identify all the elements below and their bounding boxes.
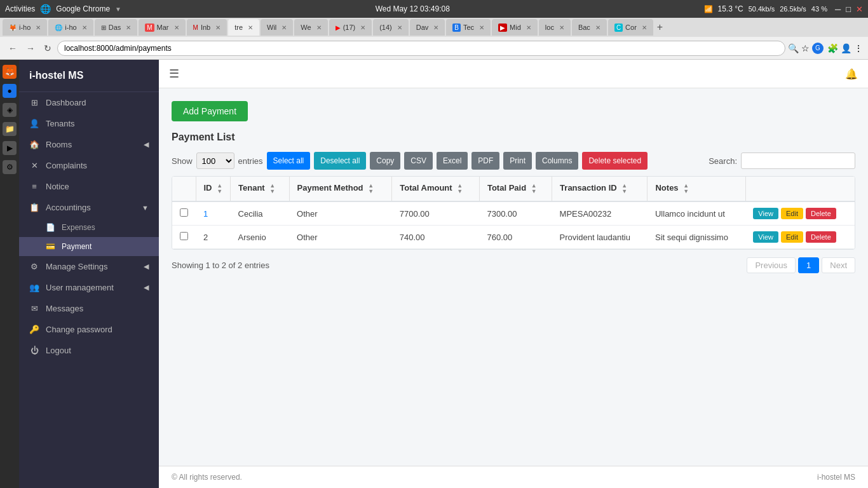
tab-close[interactable]: ✕ [82, 24, 87, 31]
address-bar-input[interactable] [57, 41, 785, 56]
page-1-button[interactable]: 1 [798, 257, 819, 273]
reload-button[interactable]: ↻ [41, 42, 55, 55]
row1-id-link[interactable]: 1 [203, 209, 208, 219]
col-payment-method[interactable]: Payment Method ▲▼ [289, 177, 392, 201]
forward-button[interactable]: → [23, 42, 38, 55]
tab-close[interactable]: ✕ [559, 24, 564, 31]
delete-selected-button[interactable]: Delete selected [582, 152, 648, 170]
row1-checkbox[interactable] [180, 208, 188, 217]
new-tab-btn[interactable]: + [657, 22, 663, 33]
row2-checkbox[interactable] [180, 232, 188, 240]
tab-14[interactable]: loc ✕ [539, 19, 571, 36]
tab-16[interactable]: C Cor ✕ [608, 19, 653, 36]
col-notes[interactable]: Notes ▲▼ [648, 177, 745, 201]
tab-2[interactable]: 🌐 i-ho ✕ [48, 19, 93, 36]
pdf-button[interactable]: PDF [471, 152, 499, 170]
tab-10[interactable]: (14) ✕ [373, 19, 409, 36]
add-payment-button[interactable]: Add Payment [172, 101, 248, 121]
footer-right: i-hostel MS [817, 473, 855, 482]
deselect-all-button[interactable]: Deselect all [314, 152, 366, 170]
tab-close[interactable]: ✕ [360, 24, 365, 31]
sidebar-item-messages[interactable]: ✉ Messages [19, 298, 159, 319]
rail-files-icon[interactable]: 📁 [3, 122, 17, 136]
tab-4[interactable]: M Mar ✕ [139, 19, 185, 36]
tab-close[interactable]: ✕ [126, 24, 131, 31]
col-total-paid[interactable]: Total Paid ▲▼ [479, 177, 552, 201]
rail-firefox-icon[interactable]: 🦊 [3, 65, 17, 79]
sidebar-item-accountings[interactable]: 📋 Accountings ▼ [19, 197, 159, 218]
col-total-amount[interactable]: Total Amount ▲▼ [392, 177, 480, 201]
entries-select[interactable]: 100 25 50 [196, 152, 234, 169]
search-input[interactable] [741, 152, 855, 169]
tab-close[interactable]: ✕ [281, 24, 287, 31]
tab-close[interactable]: ✕ [174, 24, 179, 31]
row1-delete-button[interactable]: Delete [806, 208, 836, 219]
columns-button[interactable]: Columns [536, 152, 578, 170]
row2-edit-button[interactable]: Edit [781, 231, 803, 243]
select-all-button[interactable]: Select all [267, 152, 311, 170]
sidebar-item-user-management[interactable]: 👥 User management ◀ [19, 277, 159, 298]
search-icon[interactable]: 🔍 [788, 43, 799, 53]
row2-view-button[interactable]: View [753, 231, 778, 243]
sidebar-item-dashboard[interactable]: ⊞ Dashboard [19, 92, 159, 113]
tab-3[interactable]: ⊞ Das ✕ [95, 19, 138, 36]
print-button[interactable]: Print [503, 152, 532, 170]
sidebar-item-complaints[interactable]: ✕ Complaints [19, 155, 159, 176]
tab-close[interactable]: ✕ [642, 24, 647, 31]
rail-vscode-icon[interactable]: ◈ [3, 103, 17, 117]
maximize-btn[interactable]: □ [846, 4, 851, 14]
tab-15[interactable]: Bac ✕ [572, 19, 607, 36]
previous-page-button[interactable]: Previous [747, 257, 796, 273]
row1-edit-button[interactable]: Edit [781, 208, 803, 219]
rail-terminal-icon[interactable]: ▶ [3, 141, 17, 155]
menu-icon[interactable]: ⋮ [854, 43, 863, 53]
tab-close[interactable]: ✕ [526, 24, 531, 31]
sidebar-item-logout[interactable]: ⏻ Logout [19, 340, 159, 361]
tab-label: (14) [379, 24, 392, 31]
tab-close[interactable]: ✕ [248, 24, 253, 31]
tab-7[interactable]: Wil ✕ [261, 19, 293, 36]
tab-9[interactable]: ▶ (17) ✕ [329, 19, 372, 36]
tab-1[interactable]: 🦊 i-ho ✕ [3, 19, 47, 36]
sidebar-subitem-payment[interactable]: 💳 Payment [19, 237, 159, 256]
col-transaction-id[interactable]: Transaction ID ▲▼ [552, 177, 648, 201]
google-icon[interactable]: G [812, 43, 824, 54]
tab-close[interactable]: ✕ [433, 24, 438, 31]
sidebar-item-notice[interactable]: ≡ Notice [19, 176, 159, 197]
sidebar-item-rooms[interactable]: 🏠 Rooms ◀ [19, 134, 159, 155]
tab-11[interactable]: Dav ✕ [410, 19, 445, 36]
col-tenant[interactable]: Tenant ▲▼ [231, 177, 289, 201]
tab-8[interactable]: We ✕ [294, 19, 327, 36]
tab-6[interactable]: tre ✕ [228, 19, 259, 36]
tab-close[interactable]: ✕ [479, 24, 484, 31]
close-btn[interactable]: ✕ [856, 4, 863, 14]
next-page-button[interactable]: Next [822, 257, 855, 273]
copy-button[interactable]: Copy [370, 152, 400, 170]
bookmark-icon[interactable]: ☆ [801, 43, 810, 53]
tab-close[interactable]: ✕ [316, 24, 322, 31]
tab-13[interactable]: ▶ Mid ✕ [492, 19, 538, 36]
row2-delete-button[interactable]: Delete [806, 231, 836, 243]
tab-close[interactable]: ✕ [397, 24, 402, 31]
csv-button[interactable]: CSV [404, 152, 433, 170]
tab-close[interactable]: ✕ [215, 24, 220, 31]
sidebar-subitem-expenses[interactable]: 📄 Expenses [19, 218, 159, 237]
rail-settings-icon[interactable]: ⚙ [3, 160, 17, 174]
excel-button[interactable]: Excel [437, 152, 468, 170]
col-id[interactable]: ID ▲▼ [196, 177, 231, 201]
bell-icon[interactable]: 🔔 [845, 68, 858, 80]
tab-close[interactable]: ✕ [36, 24, 41, 31]
hamburger-menu-icon[interactable]: ☰ [169, 67, 179, 81]
tab-5[interactable]: M Inb ✕ [187, 19, 227, 36]
tab-12[interactable]: B Tec ✕ [446, 19, 491, 36]
sidebar-item-tenants[interactable]: 👤 Tenants [19, 113, 159, 134]
row1-view-button[interactable]: View [753, 208, 778, 219]
sidebar-item-manage-settings[interactable]: ⚙ Manage Settings ◀ [19, 256, 159, 277]
extensions-icon[interactable]: 🧩 [827, 43, 838, 53]
profile-icon[interactable]: 👤 [841, 43, 851, 53]
minimize-btn[interactable]: ─ [835, 4, 841, 14]
sidebar-item-change-password[interactable]: 🔑 Change password [19, 319, 159, 340]
tab-close[interactable]: ✕ [595, 24, 600, 31]
rail-chrome-icon[interactable]: ● [3, 84, 17, 98]
back-button[interactable]: ← [5, 42, 20, 55]
